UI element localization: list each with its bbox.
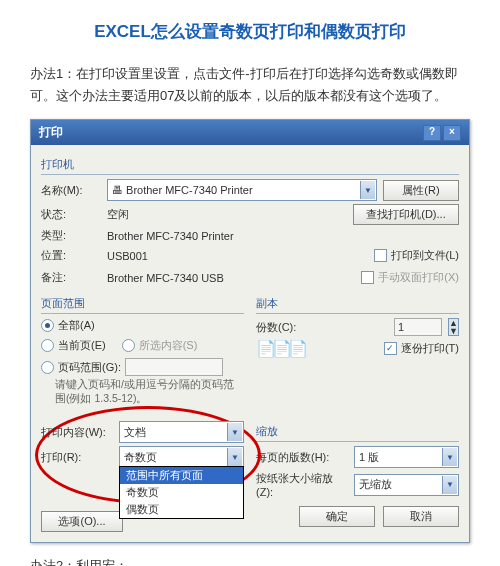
chevron-down-icon: ▼	[442, 476, 457, 494]
pages-per-sheet-label: 每页的版数(H):	[256, 450, 348, 465]
options-button[interactable]: 选项(O)...	[41, 511, 123, 532]
collate-pages-icon: 📄📄📄	[256, 339, 304, 358]
scale-select[interactable]: 无缩放 ▼	[354, 474, 459, 496]
status-label: 状态:	[41, 207, 101, 222]
chevron-down-icon: ▼	[227, 423, 242, 441]
printer-icon: 🖶	[112, 184, 123, 196]
pages-per-sheet-value: 1 版	[359, 450, 379, 465]
print-to-file-label: 打印到文件(L)	[391, 248, 459, 263]
where-value: USB001	[107, 250, 368, 262]
print-dialog: 打印 ? × 打印机 名称(M): 🖶 Brother MFC-7340 Pri…	[30, 119, 470, 543]
range-all-label: 全部(A)	[58, 318, 95, 333]
copies-section-header: 副本	[256, 294, 459, 314]
range-selection-label: 所选内容(S)	[139, 338, 198, 353]
manual-duplex-label: 手动双面打印(X)	[378, 270, 459, 285]
range-hint: 请键入页码和/或用逗号分隔的页码范围(例如 1.3.5-12)。	[55, 378, 244, 406]
pages-input[interactable]	[125, 358, 223, 376]
range-all-radio[interactable]: 全部(A)	[41, 318, 244, 333]
chevron-down-icon: ▼	[227, 448, 242, 466]
where-label: 位置:	[41, 248, 101, 263]
range-pages-radio[interactable]: 页码范围(G):	[41, 358, 244, 376]
page-title: EXCEL怎么设置奇数页打印和偶数页打印	[30, 20, 470, 43]
print-to-file-checkbox[interactable]: 打印到文件(L)	[374, 248, 459, 263]
print-odd-even-select[interactable]: 奇数页 ▼	[119, 446, 244, 468]
dropdown-option-odd[interactable]: 奇数页	[120, 484, 243, 501]
type-label: 类型:	[41, 228, 101, 243]
print-odd-even-value: 奇数页	[124, 450, 157, 465]
print-content-value: 文档	[124, 425, 146, 440]
collate-checkbox[interactable]: 逐份打印(T)	[384, 341, 459, 356]
help-button[interactable]: ?	[423, 125, 441, 141]
dropdown-option-even[interactable]: 偶数页	[120, 501, 243, 518]
method1-text: ：在打印设置里设置，点击文件-打印后在打印选择勾选奇数或偶数即可。这个办法主要适…	[30, 66, 458, 103]
dialog-titlebar: 打印 ? ×	[31, 120, 469, 145]
type-value: Brother MFC-7340 Printer	[107, 230, 234, 242]
spinner-icon[interactable]: ▲▼	[448, 318, 459, 336]
range-current-label: 当前页(E)	[58, 338, 106, 353]
content-label: 打印内容(W):	[41, 425, 113, 440]
range-section-header: 页面范围	[41, 294, 244, 314]
scale-label: 按纸张大小缩放(Z):	[256, 471, 348, 498]
print-odd-even-label: 打印(R):	[41, 450, 113, 465]
ok-button[interactable]: 确定	[299, 506, 375, 527]
chevron-down-icon: ▼	[360, 181, 375, 199]
properties-button[interactable]: 属性(R)	[383, 180, 459, 201]
manual-duplex-checkbox[interactable]: 手动双面打印(X)	[361, 270, 459, 285]
status-value: 空闲	[107, 207, 347, 222]
copies-label: 份数(C):	[256, 320, 296, 335]
method2-label: 办法2：利用宏：	[30, 555, 470, 566]
close-button[interactable]: ×	[443, 125, 461, 141]
zoom-section-header: 缩放	[256, 422, 459, 442]
collate-label: 逐份打印(T)	[401, 341, 459, 356]
copies-input[interactable]: 1	[394, 318, 442, 336]
comment-label: 备注:	[41, 270, 101, 285]
pages-per-sheet-select[interactable]: 1 版 ▼	[354, 446, 459, 468]
range-pages-label: 页码范围(G):	[58, 360, 121, 375]
cancel-button[interactable]: 取消	[383, 506, 459, 527]
range-selection-radio[interactable]: 所选内容(S)	[122, 338, 198, 353]
scale-value: 无缩放	[359, 477, 392, 492]
name-label: 名称(M):	[41, 183, 101, 198]
print-content-select[interactable]: 文档 ▼	[119, 421, 244, 443]
method1-paragraph: 办法1：在打印设置里设置，点击文件-打印后在打印选择勾选奇数或偶数即可。这个办法…	[30, 63, 470, 107]
comment-value: Brother MFC-7340 USB	[107, 272, 355, 284]
range-current-radio[interactable]: 当前页(E)	[41, 338, 106, 353]
printer-name-select[interactable]: 🖶 Brother MFC-7340 Printer ▼	[107, 179, 377, 201]
print-odd-even-dropdown: 范围中所有页面 奇数页 偶数页	[119, 466, 244, 519]
printer-section-header: 打印机	[41, 155, 459, 175]
printer-name-value: Brother MFC-7340 Printer	[126, 184, 253, 196]
dialog-title: 打印	[39, 124, 63, 141]
chevron-down-icon: ▼	[442, 448, 457, 466]
dropdown-option-all-pages[interactable]: 范围中所有页面	[120, 467, 243, 484]
find-printer-button[interactable]: 查找打印机(D)...	[353, 204, 459, 225]
method1-label: 办法1	[30, 66, 63, 81]
